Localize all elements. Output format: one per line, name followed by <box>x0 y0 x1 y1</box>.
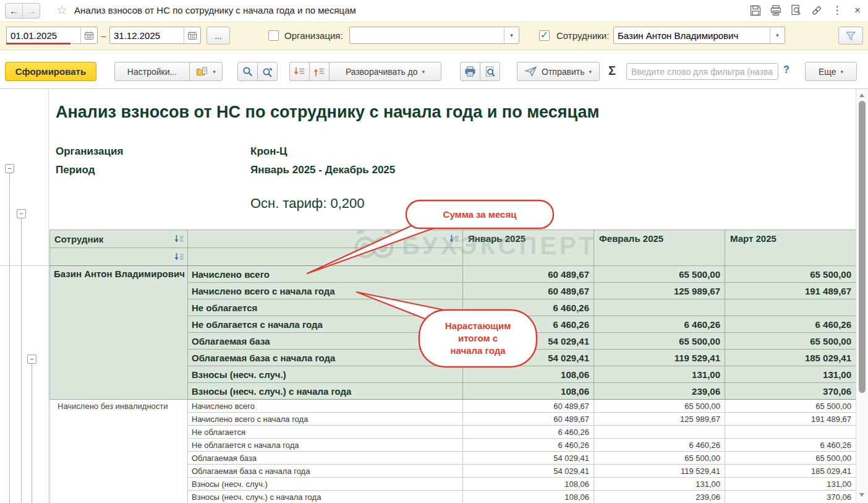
month-column-header[interactable]: Март 2025 <box>725 230 856 266</box>
collapse-all-button[interactable] <box>309 62 330 81</box>
generate-button[interactable]: Сформировать <box>5 62 96 81</box>
scroll-down-arrow[interactable] <box>859 493 864 497</box>
help-icon[interactable]: ? <box>783 64 789 75</box>
value-cell[interactable]: 131,00 <box>725 366 856 383</box>
group-cell[interactable]: Начислено без инвалидности <box>50 400 188 503</box>
autosum-icon[interactable]: Σ <box>608 64 616 78</box>
value-cell[interactable]: 108,06 <box>463 366 594 383</box>
value-cell[interactable]: 6 460,26 <box>463 426 594 439</box>
chevron-down-icon[interactable]: ▾ <box>504 27 519 43</box>
value-cell[interactable]: 54 029,41 <box>463 333 594 350</box>
org-combo[interactable]: ▾ <box>349 27 519 44</box>
indicator-cell[interactable]: Не облагается <box>188 426 463 439</box>
kebab-menu-icon[interactable]: ⋮ <box>830 4 844 17</box>
chevron-down-icon[interactable]: ▾ <box>770 27 785 43</box>
indicator-column-header[interactable] <box>188 230 463 248</box>
value-cell[interactable]: 239,06 <box>594 383 725 400</box>
date-to-field[interactable]: 31.12.2025 <box>109 27 201 44</box>
value-cell[interactable]: 54 029,41 <box>463 465 594 478</box>
value-cell[interactable]: 131,00 <box>594 478 725 491</box>
group-cell[interactable]: Базин Антон Владимирович <box>50 266 188 400</box>
period-options-button[interactable]: ... <box>206 27 230 45</box>
indicator-cell[interactable]: Взносы (несч. случ.) <box>188 366 463 383</box>
value-cell[interactable]: 185 029,41 <box>725 350 856 366</box>
employee-column-header[interactable]: Сотрудник <box>50 230 188 248</box>
value-cell[interactable] <box>725 426 856 439</box>
value-cell[interactable]: 6 460,26 <box>725 316 856 333</box>
value-cell[interactable]: 370,06 <box>725 491 856 503</box>
print-preview-button[interactable] <box>480 62 500 81</box>
indicator-cell[interactable]: Начислено всего <box>188 266 463 283</box>
value-cell[interactable]: 65 500,00 <box>725 333 856 350</box>
settings-button[interactable]: Настройки... <box>114 62 190 81</box>
value-cell[interactable]: 108,06 <box>463 383 594 400</box>
search-button[interactable] <box>237 62 258 81</box>
close-icon[interactable]: × <box>851 4 864 17</box>
value-cell[interactable]: 185 029,41 <box>725 465 856 478</box>
calendar-icon[interactable] <box>184 27 200 43</box>
value-cell[interactable]: 6 460,26 <box>463 316 594 333</box>
value-cell[interactable]: 65 500,00 <box>594 266 725 283</box>
value-cell[interactable]: 119 529,41 <box>594 350 725 366</box>
value-cell[interactable]: 125 989,67 <box>594 283 725 299</box>
value-cell[interactable]: 60 489,67 <box>463 413 594 426</box>
value-cell[interactable]: 60 489,67 <box>463 283 594 299</box>
value-cell[interactable]: 6 460,26 <box>463 299 594 316</box>
scroll-up-arrow[interactable] <box>859 93 864 97</box>
date-from-field[interactable]: 01.01.2025 <box>6 27 98 44</box>
value-cell[interactable]: 6 460,26 <box>594 316 725 333</box>
indicator-cell[interactable]: Взносы (несч. случ.) с начала года <box>188 383 463 400</box>
value-cell[interactable] <box>725 299 856 316</box>
value-cell[interactable]: 370,06 <box>725 383 856 400</box>
value-cell[interactable]: 65 500,00 <box>725 266 856 283</box>
value-cell[interactable]: 119 529,41 <box>594 465 725 478</box>
indicator-cell[interactable]: Не облагается <box>188 299 463 316</box>
value-cell[interactable]: 6 460,26 <box>463 439 594 452</box>
group-collapse-button[interactable]: − <box>5 164 14 173</box>
search-next-button[interactable] <box>257 62 278 81</box>
vertical-scrollbar[interactable] <box>856 89 868 503</box>
org-checkbox[interactable] <box>268 30 279 41</box>
indicator-cell[interactable]: Не облагается с начала года <box>188 316 463 333</box>
print-button[interactable] <box>460 62 480 81</box>
value-cell[interactable]: 6 460,26 <box>594 439 725 452</box>
value-cell[interactable]: 54 029,41 <box>463 350 594 366</box>
value-cell[interactable]: 65 500,00 <box>594 400 725 413</box>
link-icon[interactable] <box>810 4 823 17</box>
indicator-cell[interactable]: Взносы (несч. случ.) <box>188 478 463 491</box>
value-cell[interactable]: 65 500,00 <box>594 452 725 465</box>
indicator-subheader[interactable] <box>188 248 463 266</box>
indicator-cell[interactable]: Не облагается с начала года <box>188 439 463 452</box>
send-button[interactable]: Отправить ▾ <box>517 62 600 81</box>
save-icon[interactable] <box>749 4 762 17</box>
indicator-cell[interactable]: Облагаемая база с начала года <box>188 350 463 366</box>
calendar-icon[interactable] <box>80 27 97 43</box>
group-collapse-button[interactable]: − <box>17 209 26 218</box>
report-variants-button[interactable]: ▾ <box>189 62 223 81</box>
indicator-cell[interactable]: Начислено всего <box>188 400 463 413</box>
value-cell[interactable]: 60 489,67 <box>463 400 594 413</box>
value-cell[interactable] <box>594 299 725 316</box>
value-cell[interactable]: 125 989,67 <box>594 413 725 426</box>
employee-subheader[interactable] <box>50 248 188 266</box>
value-cell[interactable]: 54 029,41 <box>463 452 594 465</box>
print-icon[interactable] <box>769 4 783 17</box>
value-cell[interactable]: 65 500,00 <box>725 400 856 413</box>
indicator-cell[interactable]: Облагаемая база с начала года <box>188 465 463 478</box>
group-collapse-button[interactable]: − <box>27 355 36 364</box>
value-cell[interactable]: 65 500,00 <box>725 452 856 465</box>
employees-checkbox[interactable]: ✓ <box>539 30 550 41</box>
expand-to-button[interactable]: Разворачивать до ▾ <box>329 62 441 81</box>
indicator-cell[interactable]: Начислено всего с начала года <box>188 283 463 299</box>
date-from-value[interactable]: 01.01.2025 <box>7 27 80 43</box>
value-cell[interactable]: 131,00 <box>725 478 856 491</box>
value-cell[interactable]: 108,06 <box>463 491 594 503</box>
indicator-cell[interactable]: Облагаемая база <box>188 333 463 350</box>
employees-combo[interactable]: Базин Антон Владимирович ▾ <box>613 27 785 44</box>
quick-filter-input[interactable] <box>626 63 778 80</box>
more-button[interactable]: Еще ▾ <box>805 62 857 81</box>
indicator-cell[interactable]: Начислено всего с начала года <box>188 413 463 426</box>
value-cell[interactable]: 108,06 <box>463 478 594 491</box>
preview-icon[interactable] <box>789 4 803 17</box>
value-cell[interactable]: 191 489,67 <box>725 283 856 299</box>
